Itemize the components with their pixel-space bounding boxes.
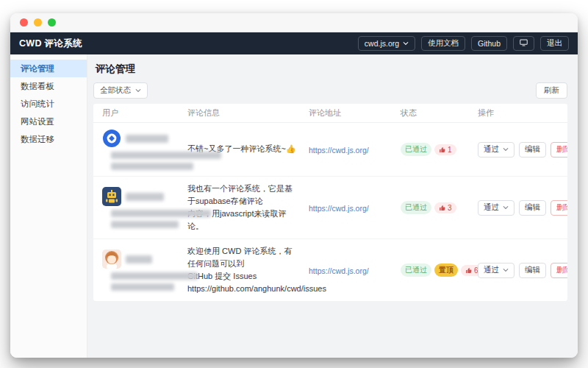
actions-cell: 通过 编辑 删除 bbox=[469, 142, 567, 158]
sidebar-item-comment-management[interactable]: 评论管理 bbox=[10, 60, 87, 77]
comment-text: 欢迎使用 CWD 评论系统，有任何问题可以到 GitHub 提交 Issues … bbox=[179, 245, 300, 295]
col-header-status: 状态 bbox=[392, 107, 469, 118]
thumbs-up-icon bbox=[439, 146, 445, 153]
page-title: 评论管理 bbox=[96, 63, 567, 76]
col-header-actions: 操作 bbox=[469, 107, 567, 118]
approve-select-value: 通过 bbox=[484, 144, 499, 155]
chevron-down-icon bbox=[403, 40, 409, 46]
avatar-blue-compass-logo bbox=[102, 129, 121, 148]
approve-select[interactable]: 通过 bbox=[478, 263, 514, 278]
sidebar-item-data-migration[interactable]: 数据迁移 bbox=[10, 130, 87, 148]
actions-cell: 通过 编辑 删除 bbox=[469, 263, 567, 278]
status-filter-select[interactable]: 全部状态 bbox=[93, 82, 148, 99]
status-badge-approved: 已通过 bbox=[401, 143, 431, 156]
traffic-light-close-button[interactable] bbox=[20, 18, 28, 26]
chevron-down-icon bbox=[503, 146, 509, 152]
avatar-pixel-robot bbox=[102, 187, 121, 206]
status-cell: 已通过 3 bbox=[392, 201, 469, 214]
delete-button[interactable]: 删除 bbox=[551, 200, 567, 216]
user-cell bbox=[93, 187, 179, 228]
sidebar-item-site-settings[interactable]: 网站设置 bbox=[10, 113, 87, 130]
likes-count: 3 bbox=[448, 204, 452, 212]
col-header-url: 评论地址 bbox=[300, 107, 392, 118]
thumbs-up-icon bbox=[439, 205, 445, 211]
sidebar-nav: 评论管理 数据看板 访问统计 网站设置 数据迁移 bbox=[10, 54, 87, 358]
likes-badge: 3 bbox=[434, 202, 456, 213]
approve-select-value: 通过 bbox=[484, 202, 499, 213]
traffic-light-zoom-button[interactable] bbox=[48, 18, 56, 26]
github-button[interactable]: Github bbox=[471, 36, 507, 51]
sidebar-item-visit-stats[interactable]: 访问统计 bbox=[10, 95, 87, 113]
window-titlebar bbox=[10, 13, 578, 32]
actions-cell: 通过 编辑 删除 bbox=[469, 200, 567, 216]
redacted-username bbox=[126, 255, 152, 263]
status-badge-approved: 已通过 bbox=[401, 201, 431, 214]
user-cell bbox=[93, 129, 179, 170]
main-content: 评论管理 全部状态 刷新 用户 评论信息 评论地址 状 bbox=[87, 54, 578, 358]
docs-button[interactable]: 使用文档 bbox=[421, 36, 465, 51]
chevron-down-icon bbox=[135, 88, 141, 93]
app-title: CWD 评论系统 bbox=[19, 38, 82, 50]
redacted-username bbox=[126, 135, 168, 143]
avatar-anime-character bbox=[102, 250, 121, 269]
app-window: CWD 评论系统 cwd.js.org 使用文档 Github 退出 bbox=[10, 13, 578, 358]
comment-url-link[interactable]: https://cwd.js.org/ bbox=[309, 146, 369, 155]
redacted-date bbox=[111, 163, 193, 170]
toolbar: 全部状态 刷新 bbox=[93, 82, 567, 99]
status-filter-value: 全部状态 bbox=[100, 85, 131, 96]
table-row: 不错~又多了一种评论系统~👍 https://cwd.js.org/ 已通过 1 bbox=[93, 123, 567, 177]
user-cell bbox=[93, 250, 179, 291]
redacted-email bbox=[111, 272, 198, 280]
status-cell: 已通过 置顶 6 bbox=[392, 263, 469, 277]
comment-url-link[interactable]: https://cwd.js.org/ bbox=[309, 204, 369, 213]
desktop-background: CWD 评论系统 cwd.js.org 使用文档 Github 退出 bbox=[0, 0, 588, 368]
col-header-comment: 评论信息 bbox=[179, 107, 300, 118]
app-header-actions: cwd.js.org 使用文档 Github 退出 bbox=[358, 36, 569, 51]
traffic-light-minimize-button[interactable] bbox=[34, 18, 42, 26]
approve-select-value: 通过 bbox=[484, 265, 499, 275]
comment-text: 我也有一个评论系统，它是基于supabase存储评论 内容，用javascrip… bbox=[179, 183, 300, 233]
redacted-date bbox=[111, 283, 174, 291]
approve-select[interactable]: 通过 bbox=[478, 200, 514, 216]
delete-button[interactable]: 删除 bbox=[551, 142, 567, 158]
col-header-user: 用户 bbox=[93, 107, 179, 118]
redacted-email bbox=[111, 152, 221, 159]
edit-button[interactable]: 编辑 bbox=[519, 200, 546, 216]
approve-select[interactable]: 通过 bbox=[478, 142, 514, 158]
app-header: CWD 评论系统 cwd.js.org 使用文档 Github 退出 bbox=[10, 32, 578, 54]
table-row: 我也有一个评论系统，它是基于supabase存储评论 内容，用javascrip… bbox=[93, 177, 567, 239]
edit-button[interactable]: 编辑 bbox=[519, 142, 546, 158]
likes-badge: 1 bbox=[434, 144, 456, 155]
site-select[interactable]: cwd.js.org bbox=[358, 36, 415, 51]
chevron-down-icon bbox=[503, 205, 509, 210]
redacted-username bbox=[126, 193, 164, 201]
redacted-email bbox=[111, 210, 211, 217]
edit-button[interactable]: 编辑 bbox=[519, 263, 546, 278]
table-header-row: 用户 评论信息 评论地址 状态 操作 bbox=[93, 104, 567, 123]
logout-button[interactable]: 退出 bbox=[540, 36, 569, 51]
redacted-date bbox=[111, 221, 179, 228]
delete-button[interactable]: 删除 bbox=[551, 263, 567, 278]
comments-table: 用户 评论信息 评论地址 状态 操作 bbox=[93, 104, 567, 301]
chevron-down-icon bbox=[503, 267, 509, 273]
likes-count: 1 bbox=[448, 146, 452, 154]
status-cell: 已通过 1 bbox=[392, 143, 469, 156]
pinned-badge: 置顶 bbox=[434, 263, 458, 277]
sidebar-item-dashboard[interactable]: 数据看板 bbox=[10, 77, 87, 95]
comment-url-link[interactable]: https://cwd.js.org/ bbox=[309, 266, 369, 275]
table-row: 欢迎使用 CWD 评论系统，有任何问题可以到 GitHub 提交 Issues … bbox=[93, 239, 567, 301]
site-select-value: cwd.js.org bbox=[365, 39, 399, 48]
status-badge-approved: 已通过 bbox=[401, 263, 431, 277]
display-mode-button[interactable] bbox=[513, 36, 534, 51]
refresh-button[interactable]: 刷新 bbox=[536, 82, 567, 99]
app-body: 评论管理 数据看板 访问统计 网站设置 数据迁移 评论管理 全部状态 刷新 bbox=[10, 54, 578, 358]
monitor-icon bbox=[520, 39, 528, 48]
